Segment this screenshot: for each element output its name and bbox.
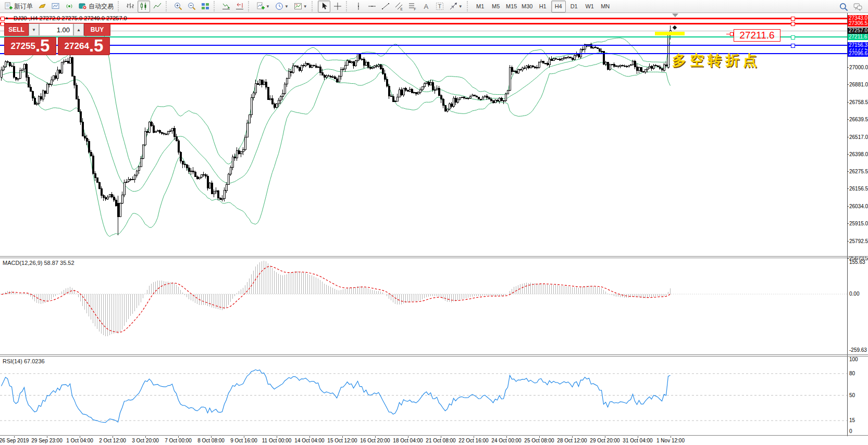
cursor-tool-button[interactable] [318,1,330,12]
volume-increase-button[interactable]: ▲ [73,23,84,36]
timeframe-m15-button[interactable]: M15 [504,1,519,12]
candlestick [78,99,79,112]
timeframe-w1-button[interactable]: W1 [582,1,597,12]
timeframe-m1-button[interactable]: M1 [473,1,488,12]
trendline-tool-button[interactable] [379,1,392,12]
candlestick [244,137,246,150]
time-axis-label: 9 Oct 16:00 [230,438,257,443]
horizontal-line-object[interactable] [0,18,847,19]
panel-separator[interactable] [0,356,868,357]
timeframe-h1-button[interactable]: H1 [536,1,550,12]
bid-price-line[interactable] [0,31,847,31]
zoom-out-button[interactable] [185,1,198,12]
signals-button[interactable] [63,1,76,12]
new-chart-button[interactable]: ▼ [254,1,272,12]
chart-window[interactable]: ▲ DJ30-,H4 27272.0 27275.0 27249.0 27257… [0,13,868,445]
label-tool-button[interactable]: T [433,1,446,12]
timeframe-h4-button[interactable]: H4 [551,1,566,12]
volume-decrease-button[interactable]: ▼ [29,23,39,36]
candlestick [421,86,423,90]
line-selection-handle[interactable] [791,22,795,26]
dropdown-caret-icon[interactable]: ▼ [458,4,463,9]
one-click-collapse-icon[interactable]: ▲ [5,16,9,20]
scroll-to-end-marker[interactable] [672,14,678,17]
candlestick [463,97,465,98]
auto-scroll-button[interactable] [220,1,232,12]
candlestick [53,76,54,80]
chart-shift-button[interactable] [233,1,246,12]
candlestick [474,95,475,96]
candlestick [123,182,125,195]
candlestick [9,62,10,66]
candlestick [328,75,329,77]
candlestick [632,61,634,65]
sell-button[interactable]: SELL [4,23,29,36]
bar-chart-mode-button[interactable] [124,1,137,12]
zoom-in-button[interactable] [172,1,184,12]
timeframe-m5-button[interactable]: M5 [489,1,503,12]
text-tool-button[interactable]: A [420,1,432,12]
timeframe-m30-button[interactable]: M30 [520,1,535,12]
chat-button[interactable] [851,1,864,13]
periodicity-button[interactable]: ▼ [273,1,291,12]
candlestick [413,93,415,93]
horizontal-line-object[interactable] [0,23,847,24]
templates-button[interactable]: ▼ [292,1,309,12]
new-order-button[interactable]: 新订单 [2,1,35,12]
candlestick [649,66,650,68]
candlestick [324,75,325,77]
candlestick [234,157,235,158]
tile-windows-button[interactable] [199,1,212,12]
gold-bar-button[interactable] [36,1,48,12]
tick-mark [847,67,849,68]
candlestick [392,96,394,102]
time-axis[interactable]: 26 Sep 201929 Sep 23:001 Oct 04:002 Oct … [0,436,868,445]
yellow-highlight-bar[interactable] [655,32,685,35]
crosshair-tool-button[interactable] [331,1,344,12]
dropdown-caret-icon[interactable]: ▼ [266,4,270,9]
fibonacci-tool-button[interactable]: F [406,1,419,12]
horizontal-line-object[interactable] [0,36,847,37]
timeframe-mn-button[interactable]: MN [598,1,613,12]
line-selection-handle[interactable] [1,17,5,21]
candlestick [61,62,63,73]
panel-separator[interactable] [0,256,868,257]
dropdown-caret-icon[interactable]: ▼ [303,4,307,9]
buy-button[interactable]: BUY [84,23,110,36]
candlestick [292,66,294,72]
candlestick [178,141,179,152]
search-button[interactable] [837,1,850,13]
crosshair-icon [333,2,342,10]
chinese-note-text: 多空转折点 [672,51,761,70]
candlestick [497,100,498,101]
horizontal-line-object[interactable] [0,45,847,46]
candle-chart-mode-button[interactable] [138,1,150,12]
annotation-handle-square[interactable] [730,32,734,36]
profiles-button[interactable] [49,1,62,12]
line-chart-mode-button[interactable] [151,1,164,12]
line-selection-handle[interactable] [791,17,795,21]
panel-separator[interactable] [0,354,868,355]
cursor-icon [320,2,328,10]
price-chart-svg[interactable] [0,13,868,445]
timeframe-d1-button[interactable]: D1 [567,1,581,12]
volume-input[interactable]: 1.00 [39,23,73,36]
line-selection-handle[interactable] [791,44,795,48]
auto-trading-button[interactable]: 自动交易 [77,1,116,12]
channel-tool-button[interactable]: E [393,1,405,12]
candlestick [419,90,421,92]
price-axis-tick: 26517.0 [849,134,868,140]
line-selection-handle[interactable] [791,35,795,40]
candlestick [640,68,642,72]
price-annotation[interactable]: 27211.6 [734,29,780,42]
panel-separator[interactable] [0,435,868,436]
sell-price-display[interactable]: 27255.5 [4,37,56,55]
vertical-line-tool-button[interactable] [352,1,365,12]
candlestick [280,97,281,100]
arrows-tool-button[interactable]: ▼ [447,1,465,12]
candlestick [130,179,131,180]
buy-price-display[interactable]: 27264.5 [58,37,110,55]
dropdown-caret-icon[interactable]: ▼ [284,4,289,9]
horizontal-line-tool-button[interactable] [366,1,378,12]
panel-separator[interactable] [0,258,868,258]
